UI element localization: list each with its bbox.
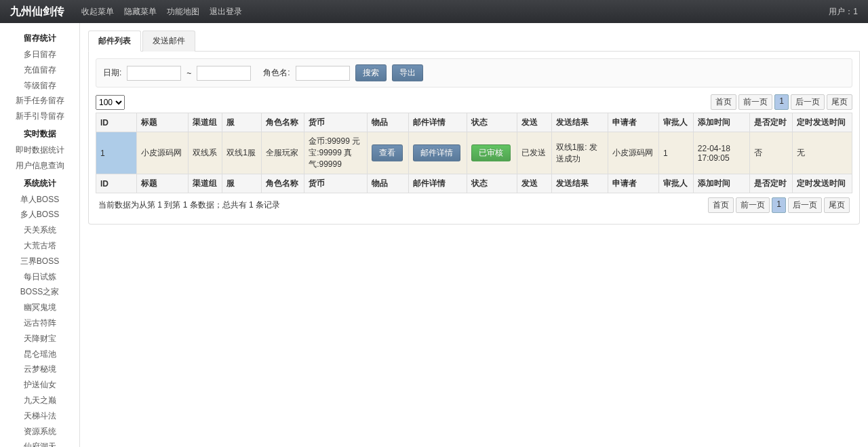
tabs: 邮件列表 发送邮件 bbox=[88, 30, 860, 52]
sidebar-item[interactable]: 新手任务留存 bbox=[0, 93, 79, 109]
table-header-cell: 是否定时 bbox=[749, 113, 792, 132]
row-add-time: 22-04-18 17:09:05 bbox=[693, 132, 749, 174]
sidebar-item[interactable]: 多人BOSS bbox=[0, 207, 79, 222]
table-toolbar: 100 首页 前一页 1 后一页 尾页 bbox=[96, 94, 852, 110]
sidebar-group-header: 留存统计 bbox=[0, 28, 79, 47]
pager-last[interactable]: 尾页 bbox=[824, 197, 850, 213]
nav-collapse-menu[interactable]: 收起菜单 bbox=[81, 6, 114, 18]
row-is-timed: 否 bbox=[749, 132, 792, 174]
table-header-row: ID标题渠道组服角色名称货币物品邮件详情状态发送发送结果申请者审批人添加时间是否… bbox=[96, 113, 852, 132]
main-content: 邮件列表 发送邮件 日期: ~ 角色名: 搜索 导出 100 首页 bbox=[80, 23, 868, 447]
tab-send-mail[interactable]: 发送邮件 bbox=[142, 31, 195, 52]
table-footer-cell: 物品 bbox=[368, 174, 409, 193]
sidebar-item[interactable]: 幽冥鬼境 bbox=[0, 300, 79, 315]
sidebar-item[interactable]: 三界BOSS bbox=[0, 254, 79, 269]
table-header-cell: 货币 bbox=[304, 113, 368, 132]
row-timed-send: 无 bbox=[792, 132, 852, 174]
sidebar-item[interactable]: 昆仑瑶池 bbox=[0, 347, 79, 362]
sidebar-item[interactable]: 新手引导留存 bbox=[0, 109, 79, 124]
sidebar-item[interactable]: 天梯斗法 bbox=[0, 408, 79, 424]
brand-title: 九州仙剑传 bbox=[10, 5, 64, 19]
table-footer-cell: 添加时间 bbox=[693, 174, 749, 193]
row-server: 双线1服 bbox=[222, 132, 262, 174]
row-currency: 金币:99999 元宝:99999 真气:99999 bbox=[304, 132, 368, 174]
mail-table: ID标题渠道组服角色名称货币物品邮件详情状态发送发送结果申请者审批人添加时间是否… bbox=[96, 113, 852, 193]
sidebar-item[interactable]: 每日试炼 bbox=[0, 269, 79, 285]
nav-function-map[interactable]: 功能地图 bbox=[167, 6, 199, 18]
sidebar-item[interactable]: 云梦秘境 bbox=[0, 362, 79, 377]
pager-last[interactable]: 尾页 bbox=[827, 94, 852, 110]
sidebar-item[interactable]: 单人BOSS bbox=[0, 192, 79, 208]
pager-bottom: 首页 前一页 1 后一页 尾页 bbox=[708, 197, 850, 213]
table-row: 1小皮源码网双线系双线1服全服玩家金币:99999 元宝:99999 真气:99… bbox=[96, 132, 852, 174]
table-cell: 邮件详情 bbox=[409, 132, 467, 174]
date-from-input[interactable] bbox=[127, 66, 181, 81]
pager-first[interactable]: 首页 bbox=[708, 197, 734, 213]
nav-logout[interactable]: 退出登录 bbox=[210, 6, 242, 18]
user-label: 用户： bbox=[829, 7, 853, 16]
pager-first[interactable]: 首页 bbox=[711, 94, 736, 110]
row-send: 已发送 bbox=[517, 132, 551, 174]
row-id: 1 bbox=[96, 132, 137, 174]
export-button[interactable]: 导出 bbox=[392, 64, 423, 81]
sidebar-group-header: 系统统计 bbox=[0, 174, 79, 192]
table-footer-cell: 定时发送时间 bbox=[792, 174, 852, 193]
status-button[interactable]: 已审核 bbox=[471, 144, 511, 161]
sidebar-item[interactable]: BOSS之家 bbox=[0, 284, 79, 300]
table-summary: 当前数据为从第 1 到第 1 条数据；总共有 1 条记录 bbox=[98, 199, 280, 211]
table-cell: 查看 bbox=[368, 132, 409, 174]
sidebar-item[interactable]: 资源系统 bbox=[0, 424, 79, 440]
nav-hide-menu[interactable]: 隐藏菜单 bbox=[124, 6, 157, 18]
tab-mail-list[interactable]: 邮件列表 bbox=[88, 31, 141, 52]
role-name-input[interactable] bbox=[296, 66, 350, 81]
pager-prev[interactable]: 前一页 bbox=[736, 197, 770, 213]
sidebar-item[interactable]: 天降财宝 bbox=[0, 331, 79, 347]
mail-detail-button[interactable]: 邮件详情 bbox=[413, 144, 460, 161]
pager-next[interactable]: 后一页 bbox=[788, 197, 822, 213]
sidebar-item[interactable]: 远古符阵 bbox=[0, 315, 79, 331]
sidebar-item[interactable]: 护送仙女 bbox=[0, 377, 79, 393]
table-footer-cell: 角色名称 bbox=[262, 174, 304, 193]
date-separator: ~ bbox=[186, 69, 191, 78]
table-header-cell: 状态 bbox=[467, 113, 517, 132]
table-footer-cell: 发送 bbox=[517, 174, 551, 193]
sidebar-item[interactable]: 用户信息查询 bbox=[0, 158, 79, 174]
sidebar-item[interactable]: 多日留存 bbox=[0, 47, 79, 62]
sidebar-item[interactable]: 大荒古塔 bbox=[0, 238, 79, 254]
page-size-select[interactable]: 100 bbox=[96, 95, 125, 110]
table-footer-cell: 申请者 bbox=[608, 174, 659, 193]
content-panel: 日期: ~ 角色名: 搜索 导出 100 首页 前一页 1 后一页 bbox=[88, 52, 860, 225]
sidebar-item[interactable]: 充值留存 bbox=[0, 62, 79, 78]
sidebar-item[interactable]: 九天之巅 bbox=[0, 393, 79, 408]
row-approver: 1 bbox=[659, 132, 694, 174]
table-footer-cell: 邮件详情 bbox=[409, 174, 467, 193]
sidebar-item[interactable]: 等级留存 bbox=[0, 78, 79, 94]
table-footer-cell: 状态 bbox=[467, 174, 517, 193]
topbar: 九州仙剑传 收起菜单 隐藏菜单 功能地图 退出登录 用户：1 bbox=[0, 0, 868, 23]
table-footer-cell: 服 bbox=[222, 174, 262, 193]
sidebar: 留存统计多日留存充值留存等级留存新手任务留存新手引导留存实时数据即时数据统计用户… bbox=[0, 23, 80, 447]
row-channel: 双线系 bbox=[188, 132, 222, 174]
sidebar-item[interactable]: 仙府洞天 bbox=[0, 439, 79, 447]
table-header-cell: 发送结果 bbox=[551, 113, 608, 132]
row-send-result: 双线1服: 发送成功 bbox=[551, 132, 608, 174]
pager-next[interactable]: 后一页 bbox=[791, 94, 825, 110]
table-footer-cell: ID bbox=[96, 174, 137, 193]
sidebar-item[interactable]: 即时数据统计 bbox=[0, 142, 79, 158]
table-header-cell: 定时发送时间 bbox=[792, 113, 852, 132]
table-header-cell: 审批人 bbox=[659, 113, 694, 132]
table-footer-cell: 是否定时 bbox=[749, 174, 792, 193]
user-value: 1 bbox=[853, 7, 858, 16]
row-title: 小皮源码网 bbox=[137, 132, 189, 174]
view-item-button[interactable]: 查看 bbox=[372, 144, 403, 161]
pager-prev[interactable]: 前一页 bbox=[738, 94, 772, 110]
search-button[interactable]: 搜索 bbox=[355, 64, 387, 81]
pager-page-1[interactable]: 1 bbox=[772, 197, 786, 213]
table-footer-cell: 货币 bbox=[304, 174, 368, 193]
date-to-input[interactable] bbox=[197, 66, 251, 81]
sidebar-item[interactable]: 天关系统 bbox=[0, 222, 79, 238]
row-role: 全服玩家 bbox=[262, 132, 304, 174]
pager-page-1[interactable]: 1 bbox=[774, 94, 789, 110]
table-header-cell: 角色名称 bbox=[262, 113, 304, 132]
table-footer-cell: 审批人 bbox=[659, 174, 694, 193]
